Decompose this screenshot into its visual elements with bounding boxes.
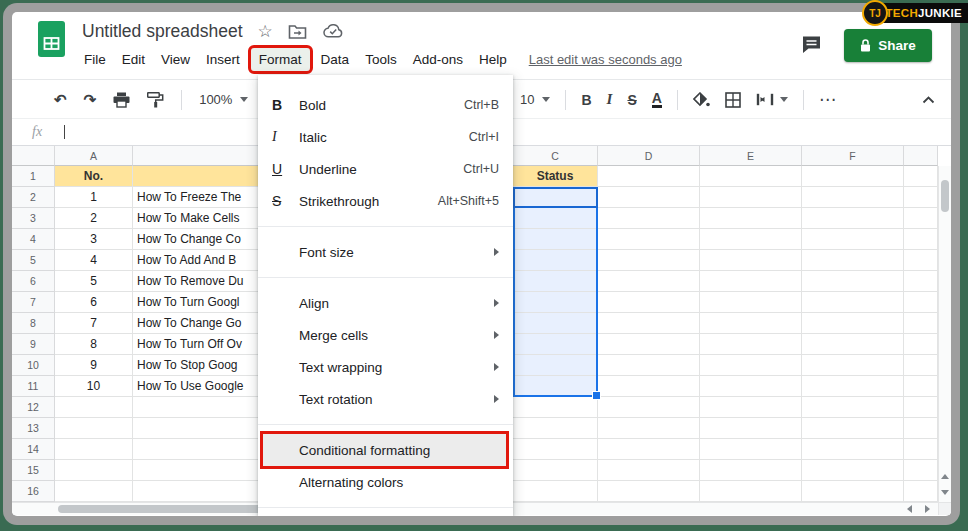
column-header-f[interactable]: F — [802, 146, 904, 166]
vertical-scrollbar[interactable] — [938, 166, 951, 502]
fill-color-icon[interactable] — [693, 92, 710, 108]
cell[interactable] — [904, 334, 938, 355]
cell[interactable] — [513, 229, 598, 250]
menu-help[interactable]: Help — [471, 48, 515, 71]
cloud-saved-icon[interactable] — [322, 23, 344, 39]
row-header[interactable]: 13 — [12, 418, 55, 439]
cell[interactable] — [513, 376, 598, 397]
cell[interactable]: 7 — [55, 313, 133, 334]
cell[interactable] — [55, 481, 133, 502]
cell[interactable] — [802, 460, 904, 481]
cell[interactable] — [802, 208, 904, 229]
cell[interactable] — [598, 334, 700, 355]
row-header[interactable]: 3 — [12, 208, 55, 229]
cell[interactable]: 5 — [55, 271, 133, 292]
menu-item-merge-cells[interactable]: Merge cells — [258, 319, 513, 351]
cell[interactable]: 2 — [55, 208, 133, 229]
cell[interactable] — [513, 355, 598, 376]
cell[interactable] — [802, 271, 904, 292]
cell[interactable]: 9 — [55, 355, 133, 376]
cell[interactable] — [513, 250, 598, 271]
bold-button[interactable]: B — [581, 93, 591, 107]
cell[interactable] — [513, 418, 598, 439]
cell[interactable] — [598, 460, 700, 481]
row-header[interactable]: 1 — [12, 166, 55, 187]
vertical-scrollbar-thumb[interactable] — [941, 180, 949, 212]
cell[interactable] — [700, 229, 802, 250]
cell[interactable]: No. — [55, 166, 133, 187]
cell[interactable] — [700, 460, 802, 481]
row-header[interactable]: 14 — [12, 439, 55, 460]
column-header-e[interactable]: E — [700, 146, 802, 166]
cell[interactable] — [802, 229, 904, 250]
column-header-partial[interactable] — [904, 146, 938, 166]
cell[interactable] — [904, 313, 938, 334]
italic-button[interactable]: I — [607, 92, 613, 107]
column-header-c[interactable]: C — [513, 146, 598, 166]
cell[interactable] — [513, 208, 598, 229]
cell[interactable] — [55, 439, 133, 460]
scroll-down-arrow[interactable] — [939, 484, 951, 500]
cell[interactable] — [513, 271, 598, 292]
cell[interactable] — [513, 439, 598, 460]
cell[interactable] — [700, 439, 802, 460]
star-icon[interactable]: ☆ — [258, 23, 273, 40]
cell[interactable] — [700, 292, 802, 313]
column-header-a[interactable]: A — [55, 146, 133, 166]
borders-icon[interactable] — [725, 92, 741, 108]
comment-icon[interactable] — [801, 35, 822, 54]
cell[interactable] — [513, 292, 598, 313]
cell[interactable] — [700, 208, 802, 229]
cell[interactable] — [513, 460, 598, 481]
cell[interactable] — [700, 418, 802, 439]
strikethrough-button[interactable]: S — [627, 93, 636, 107]
row-header[interactable]: 11 — [12, 376, 55, 397]
scroll-left-arrow[interactable] — [900, 503, 918, 515]
cell[interactable] — [598, 481, 700, 502]
cell[interactable] — [598, 208, 700, 229]
menu-item-underline[interactable]: U Underline Ctrl+U — [258, 153, 513, 185]
cell[interactable] — [802, 334, 904, 355]
cell[interactable] — [904, 439, 938, 460]
menu-data[interactable]: Data — [313, 48, 358, 71]
cell[interactable] — [598, 397, 700, 418]
menu-tools[interactable]: Tools — [357, 48, 405, 71]
menu-item-alternating-colors[interactable]: Alternating colors — [258, 466, 513, 498]
cell[interactable] — [802, 166, 904, 187]
cell[interactable] — [513, 313, 598, 334]
collapse-toolbar-icon[interactable] — [922, 96, 935, 104]
cell[interactable] — [904, 187, 938, 208]
cell[interactable] — [904, 355, 938, 376]
scroll-up-arrow[interactable] — [939, 468, 951, 484]
cell[interactable] — [598, 292, 700, 313]
cell[interactable] — [598, 313, 700, 334]
cell[interactable] — [700, 397, 802, 418]
row-header[interactable]: 12 — [12, 397, 55, 418]
cell[interactable]: 4 — [55, 250, 133, 271]
cell[interactable]: 8 — [55, 334, 133, 355]
fill-handle[interactable] — [592, 391, 601, 400]
menu-item-align[interactable]: Align — [258, 287, 513, 319]
paint-format-icon[interactable] — [147, 92, 164, 108]
cell[interactable] — [904, 208, 938, 229]
move-to-folder-icon[interactable] — [288, 24, 307, 39]
redo-icon[interactable]: ↷ — [84, 92, 97, 107]
cell[interactable] — [802, 187, 904, 208]
row-header[interactable]: 7 — [12, 292, 55, 313]
sheets-logo-icon[interactable] — [38, 21, 65, 57]
cell[interactable] — [904, 397, 938, 418]
menu-item-bold[interactable]: B Bold Ctrl+B — [258, 89, 513, 121]
row-header[interactable]: 10 — [12, 355, 55, 376]
cell[interactable] — [55, 460, 133, 481]
menu-item-italic[interactable]: I Italic Ctrl+I — [258, 121, 513, 153]
undo-icon[interactable]: ↶ — [54, 92, 67, 107]
cell[interactable] — [598, 418, 700, 439]
cell[interactable] — [700, 250, 802, 271]
cell[interactable] — [700, 271, 802, 292]
row-header[interactable]: 5 — [12, 250, 55, 271]
cell[interactable] — [802, 313, 904, 334]
cell[interactable] — [598, 229, 700, 250]
column-header-d[interactable]: D — [598, 146, 700, 166]
cell[interactable]: 10 — [55, 376, 133, 397]
cell[interactable] — [904, 271, 938, 292]
